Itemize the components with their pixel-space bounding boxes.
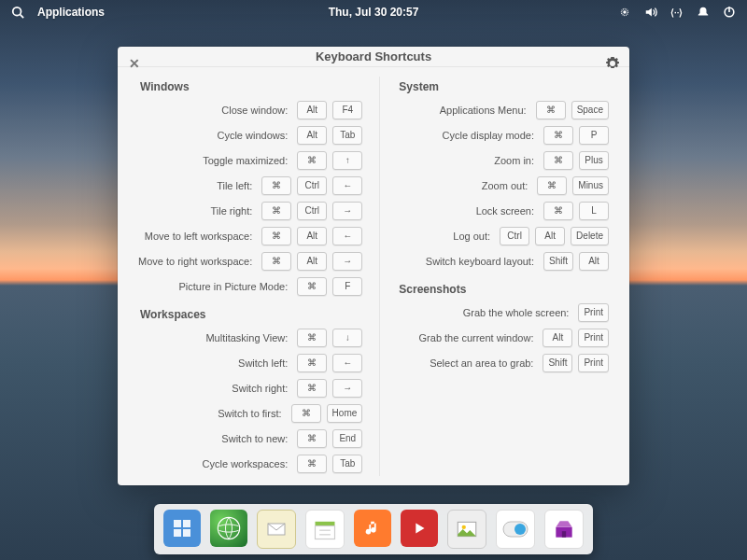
- shortcut-label: Grab the whole screen:: [463, 307, 570, 318]
- dock-photos-icon[interactable]: [447, 510, 486, 549]
- shortcut-row: Lock screen: ⌘ L: [397, 198, 609, 223]
- keycap: Delete: [571, 227, 609, 245]
- svg-point-20: [514, 524, 526, 535]
- keycap: F4: [332, 101, 362, 119]
- dock-multitasking-icon[interactable]: [163, 510, 201, 547]
- keycap: L: [579, 202, 609, 220]
- svg-rect-10: [183, 529, 190, 537]
- svg-point-0: [13, 7, 21, 16]
- shortcut-label: Lock screen:: [476, 205, 534, 217]
- applications-menu[interactable]: Applications: [37, 6, 105, 19]
- keycap: ⌘: [543, 126, 573, 145]
- shortcut-row: Zoom in: ⌘ Plus: [397, 147, 609, 173]
- shortcut-label: Move to right workspace:: [138, 256, 252, 267]
- keycap: Alt: [297, 227, 327, 245]
- section-windows: Windows: [140, 80, 362, 93]
- keycap: Ctrl: [500, 227, 529, 245]
- keycap: Print: [578, 329, 609, 347]
- keycap: →: [332, 202, 362, 220]
- power-icon[interactable]: [723, 6, 736, 20]
- shortcut-row: Select an area to grab: Shift Print: [397, 350, 609, 375]
- shortcut-label: Toggle maximized:: [203, 155, 288, 166]
- svg-line-1: [21, 15, 24, 19]
- keycap: ←: [332, 227, 362, 245]
- keycap: Alt: [535, 227, 565, 245]
- shortcut-row: Move to left workspace: ⌘ Alt ←: [138, 223, 362, 248]
- shortcut-label: Select an area to grab:: [430, 357, 533, 369]
- keycap: Plus: [579, 151, 609, 170]
- keycap: Print: [578, 303, 609, 322]
- shortcut-row: Switch to first: ⌘ Home: [138, 400, 362, 426]
- keycap: Shift: [543, 354, 572, 372]
- night-light-icon[interactable]: [618, 6, 631, 20]
- shortcut-row: Picture in Picture Mode: ⌘ F: [138, 273, 362, 299]
- shortcut-row: Switch left: ⌘ ←: [138, 350, 362, 375]
- sound-icon[interactable]: [644, 6, 657, 20]
- svg-point-18: [462, 525, 466, 529]
- shortcut-label: Cycle display mode:: [443, 130, 534, 141]
- shortcut-row: Switch keyboard layout: Shift Alt: [397, 248, 609, 273]
- shortcut-row: Zoom out: ⌘ Minus: [397, 173, 609, 198]
- shortcut-label: Switch to new:: [221, 433, 288, 444]
- network-icon[interactable]: ⟨··⟩: [670, 6, 684, 20]
- shortcut-row: Tile left: ⌘ Ctrl ←: [138, 173, 362, 198]
- keycap: ⌘: [261, 252, 291, 271]
- top-panel: Applications Thu, Jul 30 20:57 ⟨··⟩: [0, 0, 747, 24]
- dock-videos-icon[interactable]: [401, 510, 438, 547]
- keycap: ⌘: [297, 429, 327, 448]
- keycap: ⌘: [297, 354, 327, 372]
- keycap: →: [332, 252, 362, 271]
- dock-browser-icon[interactable]: [210, 510, 247, 547]
- keycap: ⌘: [297, 379, 327, 398]
- dock-switchboard-icon[interactable]: [496, 510, 535, 549]
- notifications-icon[interactable]: [697, 6, 710, 20]
- shortcut-label: Switch right:: [232, 383, 288, 394]
- shortcut-row: Cycle windows: Alt Tab: [138, 122, 362, 147]
- keycap: Alt: [543, 329, 572, 347]
- keycap: End: [332, 429, 362, 448]
- keycap: ⌘: [537, 176, 567, 195]
- keycap: ⌘: [543, 202, 573, 220]
- column-left: Windows Close window: Alt F4 Cycle windo…: [121, 77, 379, 476]
- keycap: Alt: [579, 252, 609, 271]
- shortcut-label: Cycle windows:: [217, 130, 288, 141]
- shortcut-row: Close window: Alt F4: [138, 97, 362, 122]
- dock-calendar-icon[interactable]: [305, 510, 345, 549]
- svg-point-11: [218, 517, 239, 539]
- gear-icon[interactable]: [605, 56, 620, 71]
- dock-music-icon[interactable]: [354, 510, 391, 547]
- dialog-title: Keyboard Shortcuts: [316, 49, 431, 63]
- keycap: Tab: [332, 455, 362, 473]
- keycap: ←: [332, 354, 362, 372]
- shortcut-label: Picture in Picture Mode:: [179, 281, 289, 292]
- shortcut-row: Cycle workspaces: ⌘ Tab: [138, 451, 362, 476]
- shortcut-label: Zoom out:: [482, 180, 529, 191]
- clock[interactable]: Thu, Jul 30 20:57: [329, 6, 419, 19]
- shortcut-label: Tile right:: [210, 205, 252, 217]
- keycap: Alt: [297, 101, 327, 119]
- dock-mail-icon[interactable]: [257, 510, 296, 549]
- svg-rect-14: [316, 526, 335, 539]
- keycap: →: [332, 379, 362, 398]
- close-icon[interactable]: ✕: [127, 56, 142, 71]
- shortcut-row: Switch to new: ⌘ End: [138, 426, 362, 451]
- shortcut-row: Log out: Ctrl Alt Delete: [397, 223, 609, 248]
- keycap: ⌘: [297, 455, 327, 473]
- keycap: Shift: [543, 252, 573, 271]
- shortcut-row: Cycle display mode: ⌘ P: [397, 122, 609, 147]
- shortcut-label: Applications Menu:: [440, 105, 527, 116]
- column-right: System Applications Menu: ⌘ Space Cycle …: [379, 77, 626, 476]
- keycap: ↑: [332, 151, 362, 170]
- shortcut-row: Switch right: ⌘ →: [138, 375, 362, 400]
- dock-appcenter-icon[interactable]: [544, 510, 584, 549]
- svg-rect-8: [183, 520, 190, 527]
- keycap: ⌘: [297, 151, 327, 170]
- keycap: Ctrl: [297, 176, 327, 195]
- shortcut-label: Close window:: [221, 105, 288, 116]
- keycap: Alt: [297, 126, 327, 145]
- keycap: ⌘: [261, 227, 291, 245]
- svg-point-3: [623, 11, 627, 15]
- keycap: ⌘: [297, 329, 327, 347]
- shortcut-row: Multitasking View: ⌘ ↓: [138, 325, 362, 350]
- search-icon[interactable]: [11, 6, 24, 20]
